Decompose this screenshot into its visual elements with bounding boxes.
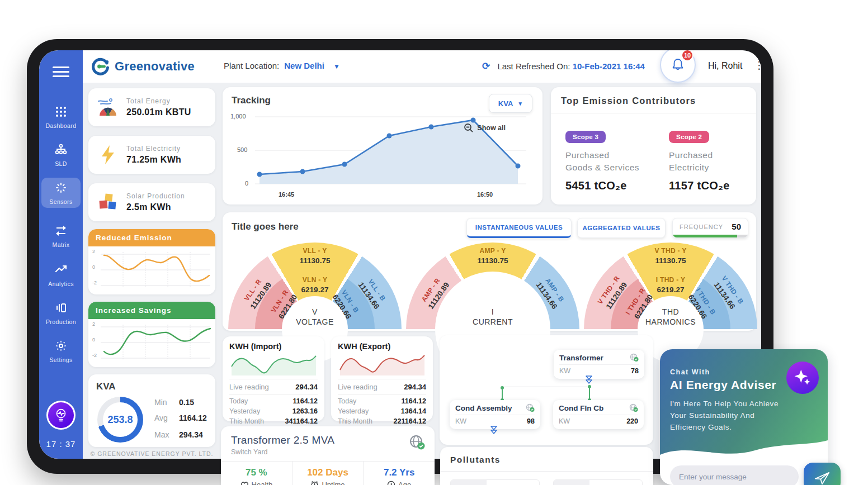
sidebar-item-sensors[interactable]: Sensors xyxy=(41,178,81,208)
emission-label: Electricity xyxy=(669,163,709,172)
sidebar: Dashboard SLD Sensors Matrix Analytics xyxy=(39,50,83,459)
gauge-center-symbol: I xyxy=(492,307,494,316)
node-metric-label: KW xyxy=(559,367,570,375)
last-refreshed: ⟳ Last Refreshed On: 10-Feb-2021 16:44 xyxy=(482,60,645,72)
kva-stat-value: 0.15 xyxy=(179,398,194,407)
frequency-value: 50 xyxy=(732,222,741,231)
kwh-row-label: Yesterday xyxy=(338,407,369,415)
scope-badge: Scope 3 xyxy=(565,131,606,143)
y-tick: 0 xyxy=(92,337,95,343)
kwh-row-value: 341164.12 xyxy=(285,417,318,425)
brand-logo: Greenovative xyxy=(92,58,195,75)
summary-value: 71.25m KWh xyxy=(126,155,181,165)
kwh-title: KWH (Export) xyxy=(338,342,426,351)
show-all-label: Show all xyxy=(477,124,506,132)
kwh-export-card: KWH (Export) Live reading 294.34 Today11… xyxy=(331,336,433,421)
double-down-arrow-icon xyxy=(490,426,498,435)
lightbulb-pulse-icon xyxy=(53,407,69,424)
node-metric-label: KW xyxy=(455,417,466,425)
last-refreshed-value: 10-Feb-2021 16:44 xyxy=(573,61,645,71)
reduced-emission-chart xyxy=(101,249,213,292)
hamburger-icon[interactable] xyxy=(53,64,69,80)
show-all-button[interactable]: Show all xyxy=(464,123,506,133)
notifications-button[interactable]: 10 xyxy=(660,50,696,83)
energy-tip-button[interactable] xyxy=(46,401,76,430)
y-tick: 2 xyxy=(92,321,95,327)
increased-savings-title: Increased Savings xyxy=(88,302,215,319)
y-tick: -2 xyxy=(92,280,97,286)
chevron-down-icon: ▼ xyxy=(517,101,523,107)
node-name: Transformer xyxy=(559,354,603,362)
app-screen: Greenovative Plant Location:New Delhi▼ ⟳… xyxy=(39,50,761,459)
air-gauge-icon xyxy=(96,97,120,118)
plant-location-label: Plant Location: xyxy=(224,61,279,70)
last-refreshed-label: Last Refreshed On: xyxy=(497,61,570,71)
tab-aggregated-values[interactable]: AGGREGATED VALUES xyxy=(577,218,666,238)
clock-icon xyxy=(387,481,395,485)
emission-label: Purchased xyxy=(565,150,610,160)
y-tick: 2 xyxy=(92,249,95,254)
kva-value: 253.8 xyxy=(97,397,143,443)
gauge-seg-value: 11130.75 xyxy=(584,256,757,266)
harmonics-gauge: V THD - Y11130.75 I THD - Y6219.27 V THD… xyxy=(584,242,757,327)
increased-savings-card: Increased Savings 2 0 -2 xyxy=(88,302,215,367)
x-axis-tick: 16:45 xyxy=(279,191,294,198)
stat-label: Health xyxy=(252,481,273,485)
node-cond-fin-cb[interactable]: Cond FIn Cb KW 220 xyxy=(553,400,644,429)
kva-stat-label: Min xyxy=(154,398,177,407)
node-cond-assembly[interactable]: Cond Assembly KW 98 xyxy=(450,400,540,429)
sidebar-item-settings[interactable]: Settings xyxy=(41,336,81,366)
kva-gauge-card: KVA 253.8 Min 0.15 Avg 1164.12 Max 294.3… xyxy=(88,374,215,447)
kwh-row-value: 1164.12 xyxy=(293,397,318,405)
copyright-text: © GREENOVATIVE ENERGY PVT. LTD. xyxy=(88,450,215,457)
reduced-emission-card: Reduced Emission 2 0 -2 xyxy=(88,229,215,294)
gauge-center-symbol: V xyxy=(312,307,318,316)
y-tick: -2 xyxy=(92,353,97,358)
unit-selector[interactable]: KVA ▼ xyxy=(489,94,532,113)
gauge-seg-value: 11130.75 xyxy=(228,256,402,266)
greenovative-logo-icon xyxy=(92,58,110,75)
sidebar-item-sld[interactable]: SLD xyxy=(41,140,81,170)
sidebar-clock: 17 : 37 xyxy=(39,439,83,449)
sidebar-item-analytics[interactable]: Analytics xyxy=(41,260,81,290)
kwh-row-label: Today xyxy=(338,397,356,405)
emission-label: Goods & Services xyxy=(565,163,639,172)
refresh-icon[interactable]: ⟳ xyxy=(482,61,490,72)
node-metric-value: 78 xyxy=(631,367,639,375)
plant-location-value[interactable]: New Delhi xyxy=(284,61,324,70)
gauge-center-name: VOLTAGE xyxy=(296,317,334,326)
stat-age: 7.2 Yrs Age xyxy=(364,462,435,485)
summary-label: Total Energy xyxy=(126,97,191,105)
kwh-row-value: 221164.12 xyxy=(394,417,426,425)
top-bar: Greenovative Plant Location:New Delhi▼ ⟳… xyxy=(83,50,761,83)
sidebar-item-matrix[interactable]: Matrix xyxy=(41,221,81,251)
kwh-row-value: 1364.14 xyxy=(401,407,426,415)
frequency-box[interactable]: FREQUENCY 50 xyxy=(672,218,748,238)
send-message-button[interactable] xyxy=(804,463,841,485)
solar-cubes-icon xyxy=(96,192,120,213)
heart-icon xyxy=(240,481,249,485)
solar-production-card: Solar Production 2.5m KWh xyxy=(88,183,215,221)
chevron-down-icon[interactable]: ▼ xyxy=(333,63,340,70)
brand-name: Greenovative xyxy=(115,59,195,74)
voltage-gauge: VLL - Y11130.75 VLN - Y6219.27 VLL - R11… xyxy=(228,242,402,327)
node-transformer[interactable]: Transformer KW 78 xyxy=(554,350,644,379)
sidebar-item-production[interactable]: Production xyxy=(41,298,81,328)
gear-icon xyxy=(54,339,68,353)
sidebar-item-dashboard[interactable]: Dashboard xyxy=(41,102,81,132)
asset-title: Transformer 2.5 MVA xyxy=(231,434,424,446)
emission-label: Purchased xyxy=(669,150,713,160)
gauge-center-name: HARMONICS xyxy=(645,317,696,326)
tab-instantaneous-values[interactable]: INSTANTANEOUS VALUES xyxy=(466,218,572,238)
trend-line-icon xyxy=(54,263,68,277)
pollutant-tile xyxy=(553,479,643,485)
chat-title: AI Energy Adviser xyxy=(670,378,776,392)
gauge-seg-label: AMP - Y xyxy=(406,247,579,256)
plant-location: Plant Location:New Delhi▼ xyxy=(224,61,340,70)
globe-check-icon xyxy=(630,353,639,362)
sidebar-label: Settings xyxy=(41,356,81,363)
kwh-row-label: Yesterday xyxy=(229,407,260,415)
chat-message-input[interactable] xyxy=(670,465,799,485)
tracking-card: Tracking KVA ▼ 1,000 500 0 16:45 16:50 xyxy=(223,87,542,205)
y-axis-tick: 500 xyxy=(237,146,247,153)
